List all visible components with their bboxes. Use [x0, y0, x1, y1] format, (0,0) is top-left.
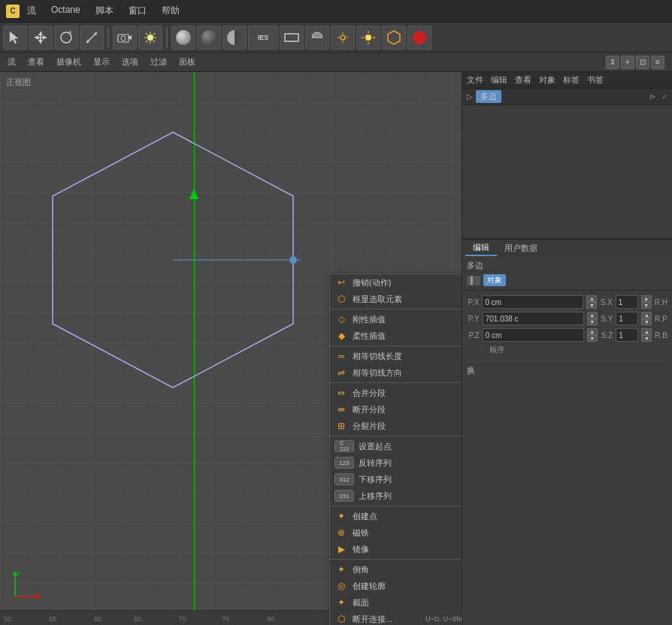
select-tool-btn[interactable] [3, 26, 27, 50]
prop-pz-up[interactable]: ▲ [587, 328, 598, 335]
menu-help[interactable]: 帮助 [159, 3, 183, 19]
object-tag-row: ▍ 对象 [467, 274, 667, 286]
cm-magnet-label: 磁铁 [353, 527, 462, 539]
prop-py-up[interactable]: ▲ [587, 312, 598, 319]
ies-btn[interactable]: IES [248, 26, 278, 50]
viewport-icon-grid[interactable]: + [621, 56, 634, 69]
rp-tab-edit[interactable]: 编辑 [465, 240, 497, 256]
prop-px-input[interactable] [482, 295, 583, 309]
menu-script[interactable]: 脚本 [92, 3, 117, 19]
menu-octane[interactable]: Octane [48, 3, 83, 19]
rp-tab-user-data[interactable]: 用户数据 [497, 241, 545, 255]
svg-point-13 [121, 36, 126, 41]
cm-move-down-label: 下移序列 [359, 474, 462, 485]
prop-sz-input[interactable] [616, 328, 638, 342]
octane-sphere-btn[interactable] [171, 26, 195, 50]
cm-set-start[interactable]: C213 设置起点 [330, 438, 462, 454]
cm-soft-interp[interactable]: ◆ 柔性插值 [330, 328, 462, 344]
cm-create-point-label: 创建点 [353, 511, 462, 522]
octane-hex-btn[interactable] [382, 26, 406, 50]
render-btn[interactable] [407, 26, 431, 50]
sec-menu-view[interactable]: 查看 [25, 55, 47, 69]
cm-merge-seg[interactable]: ⇔ 合并分段 [330, 385, 462, 401]
prop-pz-spin: ▲ ▼ [587, 328, 598, 342]
prop-px-up[interactable]: ▲ [586, 295, 597, 302]
light-btn[interactable] [138, 26, 162, 50]
rect-light-btn[interactable] [280, 26, 304, 50]
scene-tree-icon-2[interactable]: ✓ [661, 92, 667, 101]
scale-tool-btn[interactable] [80, 26, 104, 50]
rp-menu-file[interactable]: 文件 [467, 74, 483, 86]
viewport-icon-menu[interactable]: ≡ [651, 56, 664, 69]
svg-rect-23 [285, 34, 298, 41]
rp-menu-view[interactable]: 查看 [515, 74, 531, 86]
cm-magnet[interactable]: ⊕ 磁铁 M~I [330, 524, 462, 541]
menu-flow[interactable]: 流 [24, 3, 39, 19]
rotate-tool-btn[interactable] [54, 26, 78, 50]
prop-sz-down[interactable]: ▼ [641, 335, 652, 342]
cm-undo[interactable]: ↩ 撤销(动作) Shift+Z [330, 274, 462, 291]
sec-menu-filter[interactable]: 过滤 [147, 55, 170, 69]
octane-settings-btn[interactable] [331, 26, 355, 50]
ruler-mark-1: 55 [49, 615, 56, 623]
scene-tree-icon-1[interactable]: ⊳ [649, 92, 655, 101]
viewport-icon-fullscreen[interactable]: ⊡ [636, 56, 649, 69]
cm-cross-section[interactable]: ✦ 截面 [330, 594, 462, 611]
cm-move-up-label: 上移序列 [359, 491, 462, 502]
sec-menu-options[interactable]: 选项 [119, 55, 141, 69]
cm-move-up[interactable]: 231 上移序列 [330, 488, 462, 504]
cm-create-outline-label: 创建轮廓 [353, 581, 462, 592]
sun-btn[interactable] [356, 26, 380, 50]
octane-half-sphere-btn[interactable] [222, 26, 247, 50]
prop-sx-input[interactable] [616, 295, 638, 309]
cm-undo-label: 撤销(动作) [353, 277, 461, 288]
cm-equal-dir[interactable]: ⇌ 相等切线方向 [330, 364, 462, 381]
cm-equal-length[interactable]: ═ 相等切线长度 [330, 348, 462, 364]
title-bar: C 流 Octane 脚本 窗口 帮助 [0, 0, 672, 23]
prop-sx-up[interactable]: ▲ [641, 295, 652, 302]
cm-create-outline[interactable]: ◎ 创建轮廓 [330, 578, 462, 594]
cm-move-down[interactable]: 312 下移序列 [330, 471, 462, 488]
cm-hard-interp[interactable]: ◇ 刚性插值 [330, 311, 462, 328]
prop-sy-down[interactable]: ▼ [641, 319, 652, 325]
sec-menu-panel[interactable]: 面板 [176, 55, 198, 69]
object-tag-indicator: ▍ [467, 276, 480, 285]
cm-sep-1 [330, 309, 462, 309]
cm-split-seg[interactable]: ⊞ 分裂片段 [330, 418, 462, 434]
viewport[interactable]: 正视图 Y X 50 55 60 65 70 [0, 72, 462, 625]
ruler-mark-6: 80 [267, 615, 274, 623]
viewport-icon-move[interactable]: ⇕ [606, 56, 619, 69]
camera-btn[interactable] [113, 26, 137, 50]
cm-break-seg[interactable]: ⇎ 断开分段 [330, 401, 462, 418]
rp-menu-object[interactable]: 对象 [539, 74, 555, 86]
cm-chamfer[interactable]: ✦ 倒角 [330, 561, 462, 578]
prop-sy-up[interactable]: ▲ [641, 312, 652, 319]
prop-py-down[interactable]: ▼ [587, 319, 598, 325]
prop-px-down[interactable]: ▼ [586, 302, 597, 309]
prop-py-input[interactable] [483, 312, 584, 325]
cm-chamfer-label: 倒角 [353, 564, 462, 575]
rp-menu-bookmark[interactable]: 书签 [587, 74, 604, 86]
prop-sy-input[interactable] [616, 312, 638, 325]
prop-pz-input[interactable] [483, 328, 584, 342]
menu-window[interactable]: 窗口 [126, 3, 150, 19]
cm-disconnect[interactable]: ⬡ 断开连接... U~D, U~Shift+D [330, 611, 462, 625]
rp-menu-tag[interactable]: 标签 [563, 74, 580, 86]
cm-mirror[interactable]: ▶ 镜像 M~H [330, 541, 462, 557]
cm-reverse-seq[interactable]: 123 反转序列 [330, 454, 462, 471]
cm-frame-select[interactable]: ⬡ 框显选取元素 Alt+S, S [330, 291, 462, 307]
sec-menu-flow[interactable]: 流 [5, 55, 19, 69]
hexagon-shape[interactable] [15, 110, 331, 500]
octane-sphere2-btn[interactable] [197, 26, 221, 50]
prop-sz-up[interactable]: ▲ [641, 328, 652, 335]
prop-px-label: P.X [467, 298, 479, 306]
half-circle-btn[interactable] [305, 26, 329, 50]
sec-menu-display[interactable]: 显示 [90, 55, 113, 69]
prop-pz-down[interactable]: ▼ [587, 335, 598, 342]
rp-menu-edit[interactable]: 编辑 [491, 74, 507, 86]
move-tool-btn[interactable] [29, 26, 53, 50]
sec-menu-camera[interactable]: 摄像机 [53, 55, 84, 69]
prop-sx-down[interactable]: ▼ [641, 302, 652, 309]
scene-tree-tab-active[interactable]: 多边 [476, 90, 501, 103]
cm-create-point[interactable]: ✦ 创建点 M~A [330, 508, 462, 524]
